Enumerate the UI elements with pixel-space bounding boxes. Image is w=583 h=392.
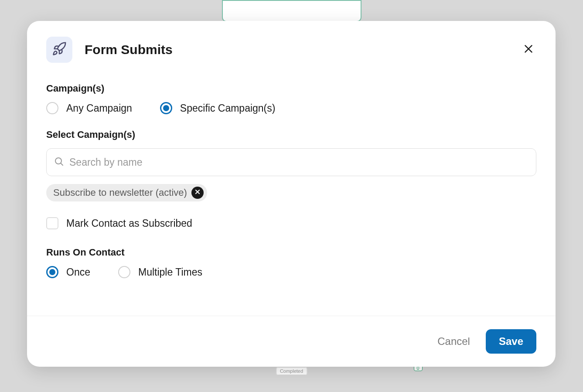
cancel-button[interactable]: Cancel (437, 335, 470, 348)
chip-remove-button[interactable] (191, 187, 204, 199)
mark-subscribed-row: Mark Contact as Subscribed (46, 217, 536, 229)
mark-subscribed-label: Mark Contact as Subscribed (66, 218, 192, 229)
radio-circle-unselected (118, 266, 130, 278)
modal-icon-box (46, 37, 72, 63)
modal-body: Campaign(s) Any Campaign Specific Campai… (27, 73, 556, 316)
radio-label-once: Once (66, 266, 90, 278)
radio-label-specific: Specific Campaign(s) (180, 102, 276, 114)
chip-text: Subscribe to newsletter (active) (53, 187, 187, 198)
select-campaigns-label: Select Campaign(s) (46, 129, 536, 140)
background-panel-hint (222, 0, 361, 22)
save-button[interactable]: Save (486, 329, 536, 354)
runs-on-contact-label: Runs On Contact (46, 247, 536, 258)
modal-footer: Cancel Save (27, 316, 556, 367)
radio-circle-selected (160, 102, 172, 114)
modal-header: Form Submits (27, 21, 556, 73)
radio-circle-unselected (46, 102, 58, 114)
close-button[interactable] (521, 42, 536, 58)
remove-icon (194, 189, 201, 197)
radio-dot (49, 269, 55, 275)
radio-label-any: Any Campaign (66, 102, 132, 114)
campaign-search-box[interactable] (46, 148, 536, 176)
mark-subscribed-checkbox[interactable] (46, 217, 58, 229)
radio-multiple-times[interactable]: Multiple Times (118, 266, 202, 278)
runs-on-contact-radio-group: Once Multiple Times (46, 266, 536, 278)
campaigns-label: Campaign(s) (46, 83, 536, 94)
form-submits-modal: Form Submits Campaign(s) Any Campaign Sp… (27, 21, 556, 367)
completed-badge: Completed (276, 367, 307, 375)
rocket-icon (52, 41, 67, 58)
background-bottom: Completed (276, 367, 307, 375)
radio-specific-campaign[interactable]: Specific Campaign(s) (160, 102, 276, 114)
radio-circle-selected (46, 266, 58, 278)
svg-line-3 (61, 163, 63, 165)
radio-once[interactable]: Once (46, 266, 90, 278)
radio-dot (163, 105, 169, 111)
close-icon (523, 43, 534, 56)
search-icon (54, 156, 64, 168)
campaigns-radio-group: Any Campaign Specific Campaign(s) (46, 102, 536, 114)
modal-title: Form Submits (85, 42, 521, 57)
radio-label-multiple: Multiple Times (138, 266, 202, 278)
campaign-search-input[interactable] (69, 157, 529, 168)
selected-campaign-chip: Subscribe to newsletter (active) (46, 184, 207, 201)
radio-any-campaign[interactable]: Any Campaign (46, 102, 132, 114)
